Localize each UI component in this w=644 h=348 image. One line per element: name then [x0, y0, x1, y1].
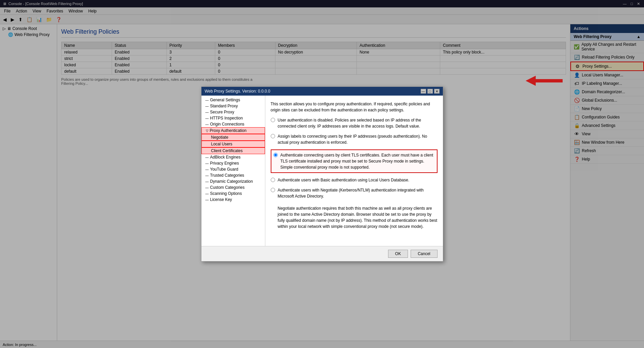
nav-expander: ▽	[206, 129, 209, 133]
nav-item-negotiate[interactable]: Negotiate	[201, 134, 265, 141]
nav-label: Scanning Options	[210, 191, 242, 196]
radio-input-3[interactable]	[273, 153, 278, 157]
nav-item-privacy-engines[interactable]: —Privacy Engines	[201, 160, 265, 166]
nav-label: Client Certificates	[211, 148, 243, 153]
nav-label: HTTPS Inspection	[210, 116, 243, 120]
nav-item-https-inspection[interactable]: —HTTPS Inspection	[201, 115, 265, 121]
nav-item-trusted-categories[interactable]: —Trusted Categories	[201, 172, 265, 178]
nav-item-origin-connections[interactable]: —Origin Connections	[201, 121, 265, 127]
radio-input-5[interactable]	[271, 188, 275, 192]
nav-item-client-certificates[interactable]: Client Certificates	[201, 147, 265, 154]
nav-item-standard-proxy[interactable]: —Standard Proxy	[201, 103, 265, 109]
modal-content: This section allows you to configure pro…	[265, 96, 443, 246]
nav-expander: —	[205, 192, 209, 196]
red-arrow-annotation	[526, 74, 566, 89]
radio-label-5: Authenticate users with Negotiate (Kerbe…	[278, 187, 438, 230]
nav-label: AdBlock Engines	[210, 155, 241, 160]
radio-label-2: Assign labels to connecting users by the…	[278, 133, 438, 145]
nav-item-scanning-options[interactable]: —Scanning Options	[201, 190, 265, 197]
modal-body: —General Settings—Standard Proxy—Secure …	[201, 96, 443, 246]
modal-footer: OK Cancel	[201, 246, 443, 261]
nav-label: Dynamic Categorization	[210, 179, 253, 184]
nav-item-license-key[interactable]: —License Key	[201, 197, 265, 203]
modal-title-bar: Web Proxy Settings. Version: 0.0.0.0 — □…	[201, 87, 443, 96]
modal-dialog: Web Proxy Settings. Version: 0.0.0.0 — □…	[201, 86, 443, 262]
nav-item-general-settings[interactable]: —General Settings	[201, 97, 265, 103]
nav-expander: —	[205, 162, 209, 165]
modal-title-controls[interactable]: — □ ✕	[421, 89, 440, 94]
nav-expander: —	[205, 155, 209, 159]
nav-expander: —	[205, 110, 209, 114]
radio-option-4[interactable]: Authenticate users with Basic authentica…	[271, 177, 438, 183]
nav-label: License Key	[210, 197, 232, 202]
modal-intro: This section allows you to configure pro…	[271, 101, 438, 113]
radio-option-2[interactable]: Assign labels to connecting users by the…	[271, 133, 438, 145]
nav-item-proxy-authentication[interactable]: ▽Proxy Authentication	[201, 127, 265, 134]
modal-title: Web Proxy Settings. Version: 0.0.0.0	[205, 89, 270, 94]
nav-item-custom-categories[interactable]: —Custom Categories	[201, 184, 265, 190]
radio-label-3: Authenticate connecting users by client …	[280, 152, 435, 170]
modal-radio-options: User authentication is disabled. Policie…	[271, 117, 438, 230]
nav-item-secure-proxy[interactable]: —Secure Proxy	[201, 109, 265, 115]
nav-label: Proxy Authentication	[210, 128, 247, 133]
radio-input-1[interactable]	[271, 118, 275, 122]
nav-expander: —	[205, 104, 209, 108]
modal-nav: —General Settings—Standard Proxy—Secure …	[201, 96, 265, 246]
nav-expander: —	[205, 98, 209, 102]
modal-close-button[interactable]: ✕	[434, 89, 440, 94]
nav-label: Secure Proxy	[210, 110, 234, 114]
modal-overlay: Web Proxy Settings. Version: 0.0.0.0 — □…	[0, 0, 644, 341]
nav-label: Privacy Engines	[210, 161, 239, 166]
nav-expander: —	[205, 123, 209, 126]
radio-label-4: Authenticate users with Basic authentica…	[278, 177, 410, 183]
radio-option-1[interactable]: User authentication is disabled. Policie…	[271, 117, 438, 129]
radio-label-1: User authentication is disabled. Policie…	[278, 117, 438, 129]
nav-item-local-users[interactable]: Local Users	[201, 141, 265, 147]
nav-expander: —	[205, 116, 209, 120]
nav-label: Trusted Categories	[210, 173, 244, 178]
radio-input-2[interactable]	[271, 134, 275, 138]
modal-minimize-button[interactable]: —	[421, 89, 426, 94]
nav-expander: —	[205, 174, 209, 177]
nav-label: Negotiate	[211, 135, 228, 140]
svg-marker-0	[526, 76, 563, 86]
nav-label: Custom Categories	[210, 185, 245, 190]
ok-button[interactable]: OK	[388, 250, 408, 258]
nav-label: YouTube Guard	[210, 167, 238, 172]
cancel-button[interactable]: Cancel	[411, 250, 437, 258]
modal-maximize-button[interactable]: □	[427, 89, 433, 94]
nav-label: Local Users	[211, 142, 232, 146]
radio-option-3[interactable]: Authenticate connecting users by client …	[271, 149, 438, 173]
nav-expander: —	[205, 198, 209, 202]
nav-item-adblock-engines[interactable]: —AdBlock Engines	[201, 154, 265, 160]
nav-label: Origin Connections	[210, 122, 244, 127]
radio-option-5[interactable]: Authenticate users with Negotiate (Kerbe…	[271, 187, 438, 230]
radio-input-4[interactable]	[271, 178, 275, 182]
nav-item-youtube-guard[interactable]: —YouTube Guard	[201, 166, 265, 172]
nav-expander: —	[205, 186, 209, 189]
nav-expander: —	[205, 180, 209, 183]
nav-label: General Settings	[210, 98, 240, 102]
nav-item-dynamic-categorization[interactable]: —Dynamic Categorization	[201, 178, 265, 184]
nav-expander: —	[205, 168, 209, 171]
nav-label: Standard Proxy	[210, 104, 238, 108]
